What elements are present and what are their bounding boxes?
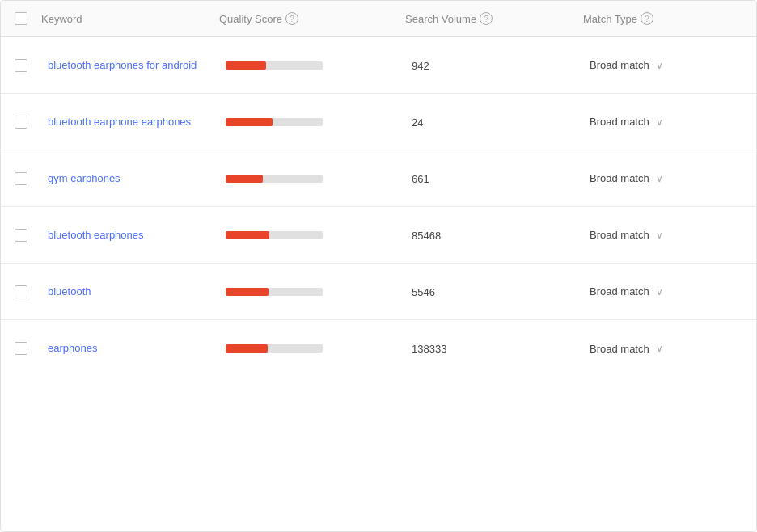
quality-bar-fill bbox=[226, 231, 269, 239]
quality-bar-container bbox=[226, 344, 399, 353]
match-type-chevron-icon[interactable]: ∨ bbox=[656, 286, 663, 298]
row-keyword-cell: earphones bbox=[41, 340, 219, 357]
search-volume-value: 24 bbox=[412, 116, 423, 129]
row-match-type-cell: Broad match ∨ bbox=[583, 229, 756, 241]
table-body: bluetooth earphones for android 942 Broa… bbox=[1, 37, 756, 377]
match-type-text: Broad match bbox=[590, 229, 649, 241]
keyword-text: bluetooth earphones bbox=[48, 229, 144, 241]
match-type-chevron-icon[interactable]: ∨ bbox=[656, 60, 663, 71]
match-type-container: Broad match ∨ bbox=[590, 172, 750, 184]
quality-bar-container bbox=[226, 231, 399, 239]
table-row: bluetooth earphone earphones 24 Broad ma… bbox=[1, 94, 756, 150]
row-checkbox[interactable] bbox=[15, 172, 27, 185]
row-match-type-cell: Broad match ∨ bbox=[583, 59, 756, 71]
quality-bar-wrapper bbox=[226, 288, 323, 296]
table-row: bluetooth earphones for android 942 Broa… bbox=[1, 37, 756, 94]
row-quality-score-cell bbox=[219, 61, 405, 70]
header-keyword: Keyword bbox=[41, 13, 219, 25]
row-search-volume-cell: 942 bbox=[405, 59, 583, 72]
search-volume-value: 85468 bbox=[412, 230, 441, 242]
row-match-type-cell: Broad match ∨ bbox=[583, 116, 756, 128]
row-checkbox[interactable] bbox=[15, 342, 27, 355]
row-search-volume-cell: 24 bbox=[405, 116, 583, 129]
match-type-container: Broad match ∨ bbox=[590, 59, 750, 71]
row-match-type-cell: Broad match ∨ bbox=[583, 172, 756, 184]
search-volume-value: 5546 bbox=[412, 286, 435, 298]
keyword-text: bluetooth earphones for android bbox=[48, 59, 197, 71]
match-type-chevron-icon[interactable]: ∨ bbox=[656, 173, 663, 184]
match-type-chevron-icon[interactable]: ∨ bbox=[656, 230, 663, 241]
row-checkbox-cell bbox=[1, 172, 41, 185]
match-type-container: Broad match ∨ bbox=[590, 229, 750, 241]
table-row: bluetooth earphones 85468 Broad match ∨ bbox=[1, 207, 756, 264]
search-volume-info-icon[interactable]: ? bbox=[480, 12, 493, 25]
quality-score-info-icon[interactable]: ? bbox=[285, 12, 298, 25]
row-checkbox-cell bbox=[1, 229, 41, 242]
match-type-info-icon[interactable]: ? bbox=[641, 12, 653, 25]
row-match-type-cell: Broad match ∨ bbox=[583, 343, 756, 355]
quality-bar-fill bbox=[226, 175, 263, 183]
row-checkbox[interactable] bbox=[15, 229, 27, 242]
match-type-container: Broad match ∨ bbox=[590, 285, 750, 298]
table-row: gym earphones 661 Broad match ∨ bbox=[1, 150, 756, 207]
search-volume-value: 942 bbox=[412, 60, 429, 72]
keywords-table: Keyword Quality Score ? Search Volume ? … bbox=[0, 0, 757, 532]
row-keyword-cell: bluetooth earphones bbox=[41, 227, 219, 243]
quality-bar-wrapper bbox=[226, 175, 323, 183]
table-header: Keyword Quality Score ? Search Volume ? … bbox=[1, 1, 756, 37]
row-checkbox-cell bbox=[1, 342, 41, 355]
row-search-volume-cell: 138333 bbox=[405, 342, 583, 355]
keyword-text: bluetooth earphone earphones bbox=[48, 116, 191, 128]
row-quality-score-cell bbox=[219, 344, 405, 353]
row-match-type-cell: Broad match ∨ bbox=[583, 285, 756, 298]
keyword-text: gym earphones bbox=[48, 172, 121, 184]
quality-bar-wrapper bbox=[226, 344, 323, 353]
quality-bar-fill bbox=[226, 288, 269, 296]
header-quality-score: Quality Score ? bbox=[219, 12, 405, 25]
match-type-text: Broad match bbox=[590, 116, 649, 128]
match-type-text: Broad match bbox=[590, 172, 649, 184]
row-checkbox-cell bbox=[1, 116, 41, 129]
quality-bar-container bbox=[226, 61, 399, 70]
keyword-text: earphones bbox=[48, 342, 97, 354]
row-checkbox-cell bbox=[1, 59, 41, 72]
quality-bar-container bbox=[226, 288, 399, 296]
match-type-text: Broad match bbox=[590, 59, 649, 71]
quality-bar-wrapper bbox=[226, 61, 323, 70]
row-checkbox[interactable] bbox=[15, 59, 27, 72]
header-search-volume: Search Volume ? bbox=[405, 12, 583, 25]
row-quality-score-cell bbox=[219, 118, 405, 126]
search-volume-value: 661 bbox=[412, 173, 429, 185]
search-volume-value: 138333 bbox=[412, 343, 446, 355]
row-checkbox[interactable] bbox=[15, 116, 27, 129]
row-quality-score-cell bbox=[219, 175, 405, 183]
row-keyword-cell: bluetooth bbox=[41, 284, 219, 300]
table-row: earphones 138333 Broad match ∨ bbox=[1, 320, 756, 377]
table-row: bluetooth 5546 Broad match ∨ bbox=[1, 264, 756, 320]
row-checkbox-cell bbox=[1, 285, 41, 298]
match-type-container: Broad match ∨ bbox=[590, 116, 750, 128]
match-type-container: Broad match ∨ bbox=[590, 343, 750, 355]
match-type-chevron-icon[interactable]: ∨ bbox=[656, 116, 663, 128]
row-search-volume-cell: 85468 bbox=[405, 229, 583, 242]
quality-bar-container bbox=[226, 175, 399, 183]
keyword-text: bluetooth bbox=[48, 285, 91, 298]
header-match-type: Match Type ? bbox=[583, 12, 756, 25]
row-keyword-cell: bluetooth earphone earphones bbox=[41, 114, 219, 130]
row-checkbox[interactable] bbox=[15, 285, 27, 298]
quality-bar-wrapper bbox=[226, 231, 323, 239]
header-checkbox-col bbox=[1, 12, 41, 25]
row-search-volume-cell: 661 bbox=[405, 172, 583, 185]
quality-bar-container bbox=[226, 118, 399, 126]
quality-bar-fill bbox=[226, 61, 266, 70]
match-type-text: Broad match bbox=[590, 285, 649, 298]
match-type-text: Broad match bbox=[590, 343, 649, 355]
row-quality-score-cell bbox=[219, 288, 405, 296]
row-quality-score-cell bbox=[219, 231, 405, 239]
row-search-volume-cell: 5546 bbox=[405, 285, 583, 298]
row-keyword-cell: bluetooth earphones for android bbox=[41, 57, 219, 74]
quality-bar-wrapper bbox=[226, 118, 323, 126]
row-keyword-cell: gym earphones bbox=[41, 171, 219, 187]
match-type-chevron-icon[interactable]: ∨ bbox=[656, 343, 663, 354]
select-all-checkbox[interactable] bbox=[15, 12, 27, 25]
